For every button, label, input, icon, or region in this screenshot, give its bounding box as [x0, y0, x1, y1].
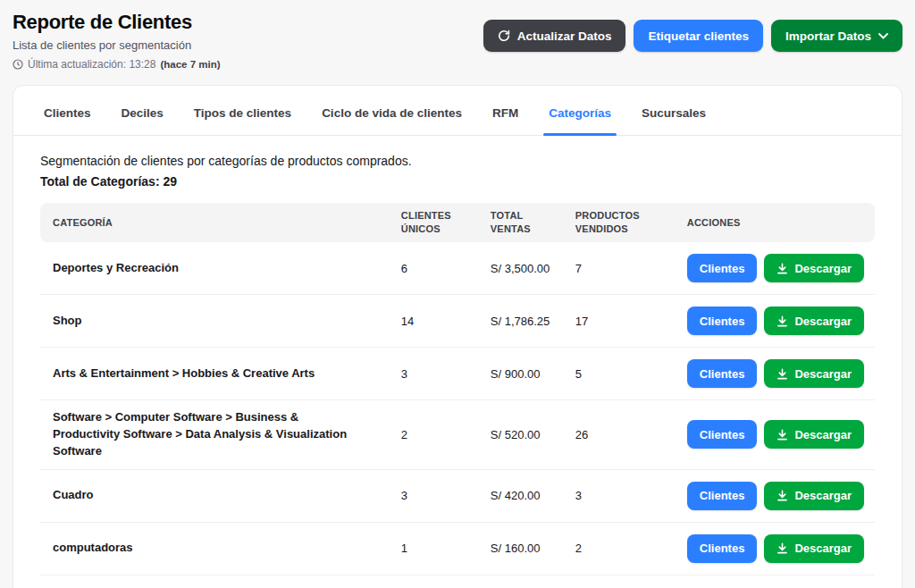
clients-button[interactable]: Clientes [687, 534, 758, 563]
download-icon [776, 263, 788, 274]
download-button-label: Descargar [794, 315, 852, 328]
column-header-products: Productos Vendidos [565, 203, 676, 242]
column-header-sales: Total Ventas [480, 203, 565, 242]
page-header: Reporte de Clientes Lista de clientes po… [0, 0, 915, 71]
download-button[interactable]: Descargar [764, 420, 864, 449]
clients-button[interactable]: Clientes [687, 307, 758, 335]
category-name: Cuadro [40, 470, 390, 523]
category-name: Software > Computer Software > Business … [40, 400, 390, 470]
page-subtitle: Lista de clientes por segmentación [13, 38, 221, 52]
unique-clients-value: 14 [390, 295, 480, 348]
totals-sales: S/ 7,286.25 [480, 575, 565, 588]
tag-clients-button-label: Etiquetar clientes [648, 29, 749, 43]
column-header-actions: Acciones [676, 203, 875, 242]
download-button-label: Descargar [794, 367, 852, 381]
unique-clients-value: 1 [390, 523, 480, 575]
table-row: Arts & Entertainment > Hobbies & Creativ… [40, 348, 875, 400]
clients-button[interactable]: Clientes [687, 420, 758, 449]
report-card: Clientes Deciles Tipos de clientes Ciclo… [13, 85, 902, 588]
totals-products: 60 [565, 575, 676, 588]
category-name: Arts & Entertainment > Hobbies & Creativ… [40, 348, 390, 400]
download-icon [776, 368, 788, 380]
clients-button[interactable]: Clientes [687, 482, 758, 510]
total-sales-value: S/ 160.00 [480, 523, 565, 575]
table-row: computadoras 1 S/ 160.00 2 Clientes Desc… [40, 523, 875, 575]
download-icon [776, 490, 788, 501]
table-row: Software > Computer Software > Business … [40, 400, 875, 470]
category-name: Shop [40, 295, 390, 348]
category-name: Deportes y Recreación [40, 242, 390, 295]
total-sales-value: S/ 900.00 [480, 348, 565, 400]
products-sold-value: 17 [565, 295, 676, 348]
tab-deciles[interactable]: Deciles [122, 86, 164, 135]
tab-rfm[interactable]: RFM [492, 86, 518, 135]
tag-clients-button[interactable]: Etiquetar clientes [634, 20, 763, 52]
products-sold-value: 26 [565, 400, 676, 470]
column-header-category: Categoría [40, 203, 390, 242]
header-actions: Actualizar Datos Etiquetar clientes Impo… [483, 20, 902, 52]
products-sold-value: 5 [565, 348, 676, 400]
table-row: Shop 14 S/ 1,786.25 17 Clientes Descarga… [40, 295, 875, 348]
chevron-down-icon [878, 33, 888, 39]
download-button[interactable]: Descargar [764, 307, 864, 335]
tab-tipos-de-clientes[interactable]: Tipos de clientes [194, 86, 291, 135]
total-sales-value: S/ 520.00 [480, 400, 565, 470]
header-left: Reporte de Clientes Lista de clientes po… [13, 11, 221, 71]
download-button-label: Descargar [794, 428, 852, 441]
unique-clients-value: 3 [390, 348, 480, 400]
download-button-label: Descargar [794, 262, 852, 275]
download-button[interactable]: Descargar [764, 359, 864, 388]
total-sales-value: S/ 420.00 [480, 470, 565, 523]
column-header-clients: Clientes Únicos [390, 203, 480, 242]
download-button[interactable]: Descargar [764, 482, 864, 510]
tabs-bar: Clientes Deciles Tipos de clientes Ciclo… [13, 86, 902, 136]
last-update-ago: (hace 7 min) [160, 59, 220, 70]
refresh-icon [498, 29, 510, 42]
totals-clients: 29 [390, 575, 480, 588]
products-sold-value: 3 [565, 470, 676, 523]
download-icon [776, 315, 788, 327]
table-header-row: Categoría Clientes Únicos Total Ventas P… [40, 203, 875, 242]
tab-categorias[interactable]: Categorías [549, 86, 611, 135]
totals-row: Totales: 29 S/ 7,286.25 60 [40, 575, 875, 588]
download-button-label: Descargar [794, 542, 852, 555]
clients-button[interactable]: Clientes [687, 359, 758, 388]
segment-description: Segmentación de clientes por categorías … [40, 154, 875, 168]
total-categories-label: Total de Categorías: 29 [40, 174, 875, 189]
download-button-label: Descargar [794, 489, 852, 502]
tab-panel-categorias: Segmentación de clientes por categorías … [13, 136, 902, 588]
unique-clients-value: 2 [390, 400, 480, 470]
table-row: Deportes y Recreación 6 S/ 3,500.00 7 Cl… [40, 242, 875, 295]
last-update-row: Última actualización: 13:28 (hace 7 min) [13, 58, 221, 71]
tab-clientes[interactable]: Clientes [44, 86, 91, 135]
products-sold-value: 7 [565, 242, 676, 295]
clients-button[interactable]: Clientes [687, 254, 758, 282]
refresh-button-label: Actualizar Datos [517, 29, 612, 43]
last-update-text: Última actualización: 13:28 [28, 58, 155, 71]
products-sold-value: 2 [565, 523, 676, 575]
total-sales-value: S/ 3,500.00 [480, 242, 565, 295]
table-row: Cuadro 3 S/ 420.00 3 Clientes Descargar [40, 470, 875, 523]
categories-table: Categoría Clientes Únicos Total Ventas P… [40, 203, 875, 588]
tab-ciclo-de-vida[interactable]: Ciclo de vida de clientes [322, 86, 462, 135]
download-button[interactable]: Descargar [764, 534, 864, 563]
unique-clients-value: 3 [390, 470, 480, 523]
unique-clients-value: 6 [390, 242, 480, 295]
download-icon [776, 542, 788, 554]
category-name: computadoras [40, 523, 390, 575]
clock-icon [13, 59, 23, 70]
tab-sucursales[interactable]: Sucursales [642, 86, 706, 135]
download-icon [776, 429, 788, 441]
download-button[interactable]: Descargar [764, 254, 864, 282]
refresh-data-button[interactable]: Actualizar Datos [483, 20, 626, 52]
import-data-button[interactable]: Importar Datos [771, 20, 902, 52]
page-title: Reporte de Clientes [13, 11, 221, 34]
totals-label: Totales: [40, 575, 390, 588]
total-sales-value: S/ 1,786.25 [480, 295, 565, 348]
import-button-label: Importar Datos [785, 29, 871, 43]
